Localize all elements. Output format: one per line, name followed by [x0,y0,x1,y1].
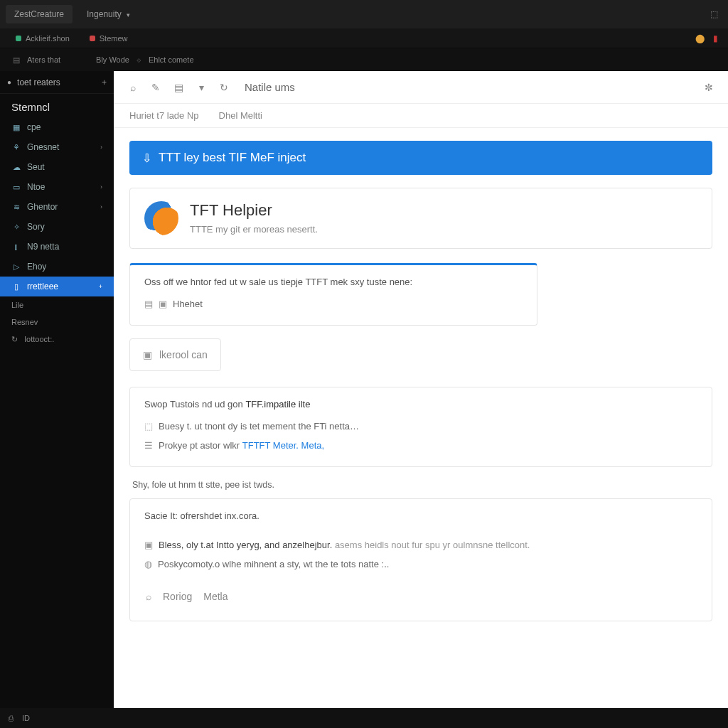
box-intro-lead: Oss off we hntor fed ut w sale us tiepje… [144,277,523,287]
menu-item-ingenuity[interactable]: Ingenuity ▾ [78,5,139,23]
helper-subtitle: TTTE my git er moreas nesertt. [190,224,318,235]
tab-label: Stemew [100,34,128,43]
chevron-down-icon: ▾ [127,11,130,18]
crumb-a[interactable]: Aters that [27,55,60,64]
statusbar: ⎙ ID [0,708,728,728]
box-intro-row[interactable]: ▤ ▣ Hhehet [144,294,523,314]
content: ⇩ TTT ley best TIF MeF inject TFT Helpie… [114,128,728,708]
sidebar-item-netta[interactable]: ⫿ N9 netta [0,237,114,257]
row-label: Prokye pt astor wlkr TFTFT Meter. Meta, [159,440,324,451]
action-label: lkerool can [159,349,208,360]
search-icon[interactable]: ⌕ [127,81,139,94]
main: ⌕ ✎ ▤ ▾ ↻ Natile ums ✼ Huriet t7 lade Np… [114,71,728,708]
link-icon: ⟐ [136,55,141,64]
sidebar-item-ntoe[interactable]: ▭ Ntoe › [0,177,114,197]
sidebar-item-gnesnet[interactable]: ⚘ Gnesnet › [0,137,114,157]
crumb-c[interactable]: Ehlct comete [149,55,194,64]
sidebar-item-seut[interactable]: ☁ Seut [0,157,114,177]
users-icon: ⚘ [11,143,21,152]
box-steps: Swop Tustois nd ud gon TFF.impatile ilte… [129,387,712,467]
sidebar-item-label: Ehoy [27,262,46,272]
lock-icon: ⬚ [144,421,153,432]
sidebar-item-sory[interactable]: ✧ Sory [0,217,114,237]
sidebar-item-label: Gnesnet [27,142,59,152]
clipboard-icon: ▣ [143,349,152,360]
box-steps-row-b[interactable]: ☰ Prokye pt astor wlkr TFTFT Meter. Meta… [144,436,697,455]
helper-card: TFT Helpier TTTE my git er moreas nesert… [129,188,712,249]
row-label: Bless, oly t.at Intto yeryg, and anzelhe… [159,540,530,550]
copy-icon: ▣ [159,299,167,309]
chart-icon: ≋ [11,203,21,212]
toolbar: ⌕ ✎ ▤ ▾ ↻ Natile ums ✼ [114,71,728,104]
page-icon[interactable]: ▤ [172,81,185,94]
toolbar-title: Natile ums [245,81,295,93]
sidebar-sub-lile[interactable]: Lile [0,296,114,314]
sidebar-sub-resnev[interactable]: Resnev [0,314,114,331]
globe-icon: ◍ [144,559,152,569]
sidebar-toprow-label[interactable]: toet reaters [17,77,60,87]
helper-logo-icon [144,201,178,235]
search-icon[interactable]: ⌕ [146,591,151,602]
box-intro: Oss off we hntor fed ut w sale us tiepje… [129,263,537,326]
box-steps-row-a[interactable]: ⬚ Buesy t. ut tnont dy is tet mement the… [144,417,697,436]
row-label: Poskycomoty.o wlhe mihnent a sty, wt the… [158,559,389,569]
menubar: ZestCreature Ingenuity ▾ ⬚ [0,0,728,28]
tab-dot-icon [90,36,95,41]
menu-item-label: Ingenuity [87,9,122,19]
sidebar-item-cpe[interactable]: ▦ cpe [0,117,114,137]
clock-icon: ↻ [11,335,18,343]
tab-2[interactable]: Stemew [80,28,138,48]
chevron-right-icon: › [100,144,102,151]
sub-heading: Shy, fole ut hnm tt stte, pee ist twds. [132,480,712,490]
add-icon[interactable]: + [102,77,107,87]
sidebar-item-label: Sory [27,222,45,232]
pin-icon[interactable]: ✎ [149,81,162,94]
sub-tabs: Huriet t7 lade Np Dhel Meltti [114,104,728,128]
action-lkerool[interactable]: ▣ lkerool can [129,338,221,371]
box-details-row-a[interactable]: ▣ Bless, oly t.at Intto yeryg, and anzel… [144,535,697,555]
file-icon: ▤ [13,55,20,65]
thumb-up-icon[interactable]: ⬚ [706,9,722,19]
sidebar-item-label: N9 netta [27,242,59,252]
box-details: Sacie It: ofrershdet inx.cora. ▣ Bless, … [129,498,712,621]
grid-icon: ▦ [11,123,21,132]
crumb-b[interactable]: Bly Wode [96,55,129,64]
box-details-lead: Sacie It: ofrershdet inx.cora. [144,510,697,521]
sidebar-item-label: Ntoe [27,182,45,192]
sidebar-item-label: Seut [27,162,45,172]
sidebar-item-ghentor[interactable]: ≋ Ghentor › [0,197,114,217]
chevron-right-icon: › [100,183,102,191]
footer-a[interactable]: Roriog [163,591,192,602]
sidebar-item-label: Ghentor [27,202,58,212]
sidebar-sub-iottooct[interactable]: ↻ Iottooct:. [0,331,114,348]
banner[interactable]: ⇩ TTT ley best TIF MeF inject [129,141,712,175]
gear-icon[interactable]: ✼ [702,81,715,94]
tab-dot-icon [16,36,21,41]
box-details-row-b[interactable]: ◍ Poskycomoty.o wlhe mihnent a sty, wt t… [144,555,697,574]
close-icon[interactable]: ▮ [709,33,722,43]
row-label: Buesy t. ut tnont dy is tet mement the F… [159,421,359,432]
refresh-icon[interactable]: ↻ [218,81,230,94]
sidebar-heading: Stemncl [0,94,114,117]
tab-1[interactable]: Acklieif.shon [6,28,80,48]
warn-icon[interactable]: ⬤ [691,33,709,43]
sidebar-item-ehoy[interactable]: ▷ Ehoy [0,257,114,277]
row-label: Hhehet [173,299,203,309]
sidebar-item-rrettleee[interactable]: ▯ rrettleee + [0,277,114,296]
tab-dhel[interactable]: Dhel Meltti [219,110,262,121]
cloud-icon: ☁ [11,163,21,172]
breadcrumb: ▤ Aters that Bly Wode ⟐ Ehlct comete [0,48,728,71]
bars-icon: ⫿ [11,242,21,251]
footer-b[interactable]: Metla [203,591,228,602]
tab-huriet[interactable]: Huriet t7 lade Np [129,110,199,121]
chevron-down-icon[interactable]: ▾ [195,81,208,94]
bullet-icon: ● [7,78,11,86]
app-name: ZestCreature [6,5,73,23]
helper-title: TFT Helpier [190,201,318,220]
bookmark-icon: ▯ [11,282,21,291]
doc-icon: ▤ [144,299,153,309]
terminal-icon[interactable]: ⎙ [9,714,14,722]
tab-label: Acklieif.shon [26,34,70,43]
tabstrip: Acklieif.shon Stemew ⬤ ▮ [0,28,728,48]
sidebar-toprow: ● toet reaters + [0,71,114,94]
